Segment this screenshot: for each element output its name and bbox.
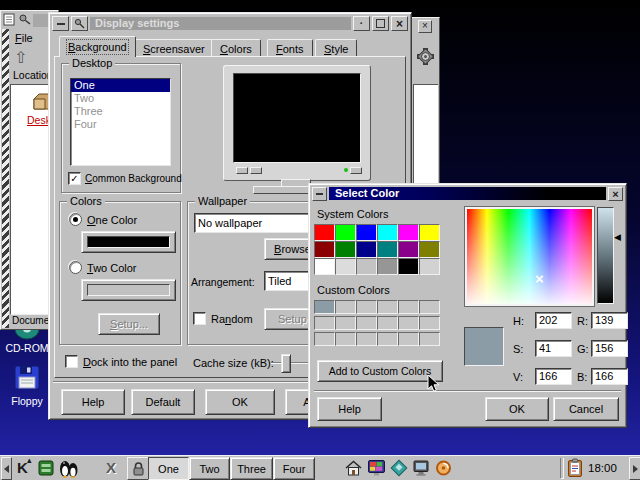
custom-color-swatch[interactable] [335, 316, 356, 330]
penguins-icon[interactable] [58, 458, 79, 480]
custom-color-swatch[interactable] [398, 332, 419, 346]
system-color-swatch[interactable] [398, 224, 419, 241]
k-menu-button[interactable]: K ▴ [13, 458, 35, 478]
desktop-list-item[interactable]: Three [71, 105, 170, 118]
value-field[interactable]: 166 [535, 368, 572, 385]
system-color-swatch[interactable] [335, 258, 356, 275]
system-color-swatch[interactable] [314, 258, 335, 275]
random-checkbox[interactable] [193, 312, 206, 325]
swirl-app-icon[interactable] [434, 459, 453, 479]
close-icon[interactable]: × [391, 16, 408, 31]
custom-color-swatch[interactable] [398, 300, 419, 314]
pager-desktop-one[interactable]: One [148, 457, 189, 480]
system-color-swatch[interactable] [356, 241, 377, 258]
ok-button[interactable]: OK [205, 389, 275, 415]
value-slider-arrow-icon[interactable]: ◀ [614, 232, 621, 242]
tab-colors[interactable]: Colors [211, 39, 261, 57]
value-slider[interactable] [597, 207, 614, 304]
system-color-swatch[interactable] [335, 224, 356, 241]
hue-field[interactable]: 202 [535, 312, 572, 329]
system-color-swatch[interactable] [398, 258, 419, 275]
system-color-swatch[interactable] [419, 241, 440, 258]
gear-icon[interactable] [417, 48, 434, 67]
desktop-list-item[interactable]: Four [71, 118, 170, 131]
custom-color-swatch[interactable] [377, 332, 398, 346]
lock-screen-button[interactable] [127, 457, 149, 480]
pager-desktop-four[interactable]: Four [273, 457, 315, 480]
system-color-swatch[interactable] [419, 258, 440, 275]
background-window-titlebar[interactable]: × [412, 19, 438, 33]
home-icon[interactable] [344, 459, 363, 479]
custom-color-swatch[interactable] [419, 316, 440, 330]
pager-desktop-three[interactable]: Three [230, 457, 273, 480]
iconify-icon[interactable]: · [353, 16, 370, 31]
cancel-button[interactable]: Cancel [553, 397, 619, 421]
system-color-swatch[interactable] [314, 224, 335, 241]
cdrom-label[interactable]: CD-ROM [2, 342, 52, 354]
add-custom-colors-button[interactable]: Add to Custom Colors [317, 360, 443, 382]
system-color-swatch[interactable] [419, 224, 440, 241]
system-color-swatch[interactable] [377, 241, 398, 258]
cache-slider-handle[interactable] [281, 354, 291, 373]
custom-color-swatch[interactable] [356, 300, 377, 314]
common-background-checkbox[interactable]: ✓ [68, 172, 81, 185]
close-icon[interactable]: × [608, 187, 623, 201]
blue-field[interactable]: 166 [591, 368, 628, 385]
system-color-swatch[interactable] [398, 241, 419, 258]
select-color-titlebar[interactable]: Select Color × [311, 186, 624, 201]
package-icon[interactable] [390, 459, 408, 479]
custom-color-swatch[interactable] [356, 332, 377, 346]
tab-background[interactable]: Background [59, 36, 136, 57]
default-button[interactable]: Default [131, 389, 195, 415]
custom-color-swatch[interactable] [335, 300, 356, 314]
custom-color-swatch[interactable] [419, 332, 440, 346]
colors-setup-button[interactable]: Setup... [98, 313, 160, 335]
klipper-icon[interactable] [567, 458, 583, 480]
custom-color-swatch[interactable] [314, 332, 335, 346]
floppy-label[interactable]: Floppy [4, 395, 50, 407]
sticky-pin-icon[interactable] [19, 13, 31, 27]
one-color-swatch-button[interactable] [81, 231, 176, 253]
system-color-swatch[interactable] [314, 241, 335, 258]
pager-desktop-two[interactable]: Two [189, 457, 230, 480]
system-color-swatch[interactable] [377, 224, 398, 241]
saturation-field[interactable]: 41 [535, 340, 572, 357]
system-color-swatch[interactable] [377, 258, 398, 275]
two-color-radio[interactable] [69, 261, 82, 274]
desktop-list-item[interactable]: One [71, 79, 170, 92]
maximize-icon[interactable] [372, 16, 389, 31]
green-field[interactable]: 156 [591, 340, 628, 357]
tab-style[interactable]: Style [315, 39, 357, 57]
sticky-pin-icon[interactable] [71, 16, 88, 31]
custom-color-swatch[interactable] [419, 300, 440, 314]
system-color-swatch[interactable] [335, 241, 356, 258]
tab-screensaver[interactable]: Screensaver [134, 39, 214, 57]
panel-hide-right-button[interactable] [629, 457, 640, 480]
custom-color-swatch[interactable] [314, 300, 335, 314]
display-settings-titlebar[interactable]: Display settings · × [51, 15, 409, 32]
desktop-list-item[interactable]: Two [71, 92, 170, 105]
dock-checkbox[interactable] [65, 355, 78, 368]
menu-file[interactable]: File [10, 32, 33, 44]
custom-color-swatch[interactable] [314, 316, 335, 330]
custom-color-swatch[interactable] [356, 316, 377, 330]
window-list-icon[interactable]: X [106, 459, 116, 476]
help-button[interactable]: Help [61, 389, 125, 415]
one-color-radio[interactable] [69, 213, 82, 226]
up-arrow-icon[interactable]: ⇧ [10, 48, 27, 67]
screen-app-icon[interactable] [412, 459, 430, 479]
system-color-swatch[interactable] [356, 258, 377, 275]
red-field[interactable]: 139 [591, 312, 628, 329]
window-menu-icon[interactable] [312, 187, 327, 201]
tab-fonts[interactable]: Fonts [267, 39, 313, 57]
custom-color-swatch[interactable] [377, 300, 398, 314]
custom-color-swatch[interactable] [377, 316, 398, 330]
ok-button[interactable]: OK [485, 397, 549, 421]
green-app-icon[interactable] [37, 459, 55, 479]
system-color-swatch[interactable] [356, 224, 377, 241]
two-color-swatch-button[interactable] [81, 279, 176, 301]
panel-hide-left-button[interactable] [1, 457, 12, 480]
custom-color-swatch[interactable] [398, 316, 419, 330]
window-menu-icon[interactable] [52, 16, 69, 31]
close-icon[interactable]: × [418, 20, 432, 33]
